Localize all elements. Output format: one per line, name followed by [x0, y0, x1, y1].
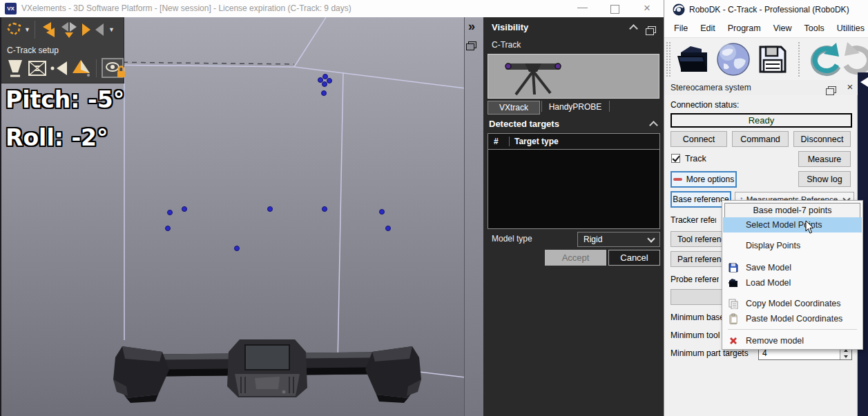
show-log-button[interactable]: Show log — [798, 171, 851, 187]
vxelements-titlebar: VX VXelements - 3D Software Platform - [… — [0, 0, 664, 17]
undo-icon[interactable] — [803, 41, 840, 77]
menu-tools[interactable]: Tools — [798, 23, 831, 33]
target-dot — [182, 206, 187, 212]
menu-item-load-model[interactable]: Load Model — [723, 275, 862, 290]
minimum-tool-targets-label: Minimum tool targets — [671, 330, 722, 340]
roll-readout: Roll: -2° — [6, 124, 108, 151]
visibility-panel: Visibility C-Track VXtrack HandyPROBE De… — [483, 17, 664, 416]
target-dot — [379, 209, 385, 215]
toolbar-separator — [96, 59, 97, 77]
menu-separator — [728, 329, 857, 330]
tab-vxtrack[interactable]: VXtrack — [488, 101, 540, 115]
tab-handyprobe[interactable]: HandyPROBE — [544, 101, 606, 113]
globe-icon[interactable] — [715, 41, 751, 77]
disconnect-button[interactable]: Disconnect — [793, 131, 851, 147]
target-dot — [327, 78, 332, 83]
column-target-type: Target type — [509, 137, 559, 146]
tab-separator — [541, 101, 542, 112]
more-options-button[interactable]: More options — [671, 171, 737, 188]
calibration-frame-icon[interactable] — [27, 58, 48, 79]
tree-arrow-icon — [858, 72, 868, 93]
collapse-section-icon[interactable] — [649, 121, 658, 130]
model-type-select[interactable]: Rigid — [577, 232, 660, 247]
arrow-left-gray-icon[interactable] — [94, 21, 106, 39]
toolbar-separator — [35, 21, 35, 39]
menu-item-display-points[interactable]: Display Points — [723, 238, 862, 253]
measure-button[interactable]: Measure — [798, 151, 851, 167]
table-header: # Target type — [488, 134, 659, 150]
detected-targets-table[interactable]: # Target type — [488, 133, 660, 229]
paste-icon — [728, 313, 739, 324]
robodk-titlebar: RoboDK - C-Track - Professional (RoboDK) — [664, 0, 868, 19]
cascade-windows-icon[interactable] — [468, 41, 476, 48]
status-value: Ready — [749, 115, 775, 126]
3d-viewport[interactable]: ▼ ▼ C-Track setup Pitch: -5° Roll: -2° — [0, 17, 465, 416]
float-panel-icon[interactable] — [648, 26, 656, 33]
ctrack-setup-toolbar: ▼ ▼ C-Track setup — [1, 17, 124, 83]
menu-program[interactable]: Program — [722, 23, 767, 33]
menu-utilities[interactable]: Utilities — [831, 23, 868, 33]
visibility-panel-title: Visibility — [492, 22, 528, 32]
model-type-value: Rigid — [584, 235, 602, 244]
cancel-button[interactable]: Cancel — [608, 250, 660, 266]
menu-item-select-model-points[interactable]: Select Model Points — [723, 217, 862, 232]
toolbar-drag-handle[interactable] — [666, 42, 668, 77]
target-dot — [322, 81, 327, 87]
accept-button[interactable]: Accept — [545, 250, 606, 266]
visibility-group-label: C-Track — [492, 40, 521, 50]
spinner-value: 4 — [762, 348, 767, 358]
menu-item-save-model[interactable]: Save Model — [723, 260, 862, 275]
arrow-right-orange-icon[interactable] — [79, 21, 92, 39]
projector-icon[interactable] — [50, 58, 69, 79]
connection-status-label: Connection status: — [671, 100, 739, 110]
open-folder-icon[interactable] — [675, 43, 710, 76]
lasso-select-icon[interactable] — [6, 21, 22, 38]
tab-separator — [609, 101, 610, 112]
menu-edit[interactable]: Edit — [694, 23, 722, 33]
menu-item-remove-model[interactable]: Remove model — [723, 333, 862, 348]
column-number: # — [488, 137, 509, 146]
menu-view[interactable]: View — [767, 23, 798, 33]
collapse-section-icon[interactable] — [629, 24, 638, 33]
vxelements-app-icon: VX — [5, 3, 17, 14]
nav-arrows-orange-icon[interactable] — [39, 21, 57, 39]
surface-tent-icon[interactable] — [71, 58, 92, 79]
track-checkbox[interactable] — [671, 154, 680, 163]
target-dot — [385, 226, 391, 231]
target-dot — [321, 90, 327, 96]
command-button[interactable]: Command — [732, 131, 789, 147]
minimize-button[interactable] — [577, 8, 588, 10]
dropdown-caret[interactable]: ▼ — [24, 26, 30, 33]
toolbar-drag-handle — [669, 42, 671, 77]
menu-item-copy-model-coordinates[interactable]: Copy Model Coordinates — [723, 296, 862, 311]
screen: VX VXelements - 3D Software Platform - [… — [0, 0, 868, 416]
spin-down-button[interactable] — [840, 353, 851, 359]
detected-targets-title: Detected targets — [489, 119, 559, 129]
target-dot — [322, 206, 327, 212]
ctrack-visibility-thumbnail[interactable] — [488, 54, 659, 99]
cone-volume-icon[interactable] — [6, 58, 25, 79]
model-context-menu: Base model-7 pointsSelect Model PointsDi… — [722, 200, 863, 350]
model-type-label: Model type — [492, 234, 532, 244]
target-dot — [165, 226, 171, 231]
maximize-button[interactable] — [610, 5, 619, 14]
menu-item-paste-model-coordinates[interactable]: Paste Model Coordinates — [723, 311, 862, 326]
menu-file[interactable]: File — [668, 23, 694, 33]
copy-icon — [728, 298, 739, 309]
minimum-part-targets-label: Minimum part targets — [671, 348, 749, 358]
pitch-readout: Pitch: -5° — [6, 86, 124, 113]
close-button[interactable]: × — [641, 1, 653, 16]
probe-reference-label: Probe reference — [671, 275, 719, 284]
save-icon[interactable] — [756, 43, 789, 76]
camera-lock-icon[interactable] — [101, 57, 127, 79]
menu-item-base-model[interactable]: Base model-7 points — [724, 203, 860, 218]
load-model-icon — [728, 277, 739, 288]
close-panel-icon[interactable]: × — [845, 81, 856, 93]
expand-panel-icon[interactable]: » — [468, 19, 475, 34]
toolbar-group-label: C-Track setup — [7, 46, 59, 55]
float-panel-icon[interactable] — [828, 86, 836, 93]
nav-arrows-gray-icon[interactable] — [59, 21, 77, 39]
dropdown-caret[interactable]: ▼ — [108, 26, 115, 33]
track-label: Track — [685, 154, 706, 164]
connect-button[interactable]: Connect — [671, 131, 727, 147]
